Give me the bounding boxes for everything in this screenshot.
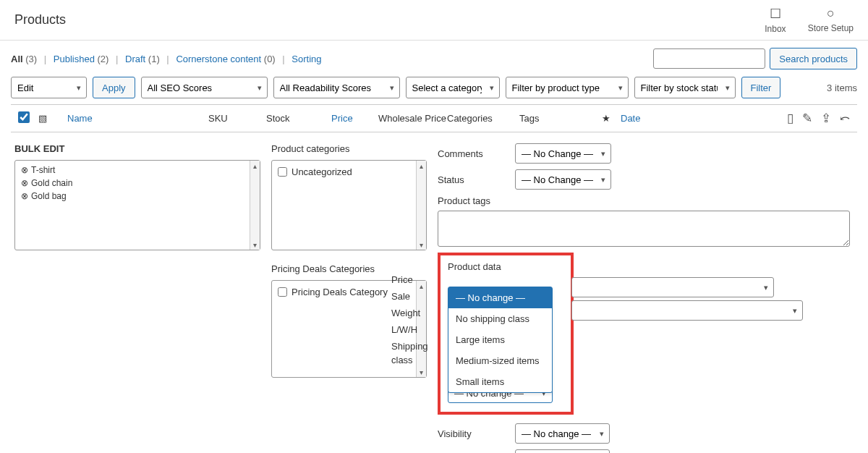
category-select[interactable]: Select a category [406, 77, 500, 98]
status-published[interactable]: Published [54, 54, 95, 64]
price-select[interactable] [571, 277, 774, 297]
dropdown-option[interactable]: — No change — [448, 287, 552, 308]
remove-icon[interactable]: ⊗ [21, 191, 28, 201]
dropdown-option[interactable]: No shipping class [448, 308, 552, 329]
remove-icon[interactable]: ⊗ [21, 178, 28, 188]
inbox-label: Inbox [765, 24, 786, 34]
product-data-label: Product data [448, 261, 563, 272]
select-all-checkbox[interactable] [18, 111, 30, 123]
status-published-count: (2) [98, 54, 109, 64]
item-count: 3 items [827, 82, 857, 93]
shipping-class-dropdown[interactable]: — No change — No shipping class Large it… [448, 287, 553, 393]
shipping-label: Shipping [391, 341, 435, 352]
column-name[interactable]: Name [67, 113, 208, 124]
column-sku[interactable]: SKU [208, 113, 266, 124]
product-tags-textarea[interactable] [438, 211, 850, 247]
product-categories-listbox: Uncategorized ▴▾ [271, 160, 427, 250]
dropdown-option[interactable]: Large items [448, 329, 552, 350]
pricing-deals-checkbox[interactable] [278, 287, 287, 297]
column-tags: Tags [519, 113, 592, 124]
scroll-up[interactable]: ▴ [417, 161, 426, 171]
weight-label: Weight [391, 308, 435, 318]
inbox-icon: ☐ [770, 6, 781, 22]
category-checkbox-row[interactable]: Uncategorized [275, 164, 413, 180]
column-stock: Stock [266, 113, 331, 124]
mobile-icon[interactable]: ▯ [787, 111, 793, 126]
bulk-items-listbox: ⊗T-shirt ⊗Gold chain ⊗Gold bag ▴▾ [14, 160, 260, 250]
visibility-select[interactable]: — No change — [515, 423, 610, 444]
product-type-select[interactable]: Filter by product type [506, 77, 629, 98]
column-categories: Categories [447, 113, 519, 124]
featured-select[interactable]: — No change — [515, 449, 610, 453]
filter-button[interactable]: Filter [741, 77, 781, 98]
pricing-deals-label: Pricing Deals Categories [271, 263, 427, 274]
uncategorized-checkbox[interactable] [278, 167, 287, 177]
seo-score-select[interactable]: All SEO Scores [141, 77, 268, 98]
stock-status-select[interactable]: Filter by stock status [634, 77, 736, 98]
comments-label: Comments [438, 148, 506, 159]
product-tags-label: Product tags [438, 195, 490, 206]
dropdown-option[interactable]: Medium-sized items [448, 350, 552, 371]
scroll-up[interactable]: ▴ [250, 161, 260, 171]
export-icon[interactable]: ⇪ [821, 111, 831, 126]
remove-icon[interactable]: ⊗ [21, 165, 28, 175]
column-wholesale: Wholesale Price [378, 113, 447, 124]
status-label: Status [438, 174, 506, 185]
lwh-label: L/W/H [391, 324, 435, 335]
inbox-button[interactable]: ☐ Inbox [765, 6, 786, 34]
readability-select[interactable]: All Readability Scores [273, 77, 400, 98]
status-select[interactable]: — No Change — [515, 169, 611, 190]
status-all-count: (3) [25, 54, 37, 64]
product-categories-label: Product categories [271, 143, 427, 154]
column-date[interactable]: Date [621, 113, 700, 124]
price-label: Price [391, 274, 435, 285]
import-icon[interactable]: ⤺ [840, 111, 850, 126]
pen-icon[interactable]: ✎ [802, 111, 812, 126]
column-featured-icon: ★ [592, 113, 621, 124]
column-image-icon: ▧ [38, 113, 67, 124]
sale-select[interactable] [571, 300, 803, 321]
circle-icon: ○ [827, 6, 835, 21]
store-setup-button[interactable]: ○ Store Setup [808, 6, 854, 34]
store-setup-label: Store Setup [808, 23, 854, 33]
search-input[interactable] [653, 48, 765, 69]
bulk-edit-title: BULK EDIT [14, 143, 260, 154]
column-price[interactable]: Price [331, 113, 378, 124]
bulk-action-select[interactable]: Edit [11, 77, 87, 98]
dropdown-option[interactable]: Small items [448, 371, 552, 392]
status-all[interactable]: All [11, 54, 23, 64]
class-label: class [391, 355, 435, 365]
visibility-label: Visibility [438, 428, 506, 439]
list-item[interactable]: ⊗Gold bag [18, 190, 247, 203]
scroll-down[interactable]: ▾ [417, 240, 426, 250]
status-sorting[interactable]: Sorting [292, 54, 321, 64]
status-draft-count: (1) [148, 54, 160, 64]
sale-label: Sale [391, 291, 435, 302]
list-item[interactable]: ⊗Gold chain [18, 177, 247, 190]
search-products-button[interactable]: Search products [770, 48, 857, 69]
comments-select[interactable]: — No Change — [515, 143, 611, 164]
list-item[interactable]: ⊗T-shirt [18, 164, 247, 177]
scroll-down[interactable]: ▾ [250, 240, 260, 250]
page-title: Products [14, 12, 66, 27]
status-draft[interactable]: Draft [125, 54, 145, 64]
apply-button[interactable]: Apply [93, 77, 135, 98]
status-cornerstone[interactable]: Cornerstone content [176, 54, 261, 64]
status-cornerstone-count: (0) [264, 54, 276, 64]
shipping-class-callout: Product data — No change — No shipping c… [438, 253, 574, 415]
